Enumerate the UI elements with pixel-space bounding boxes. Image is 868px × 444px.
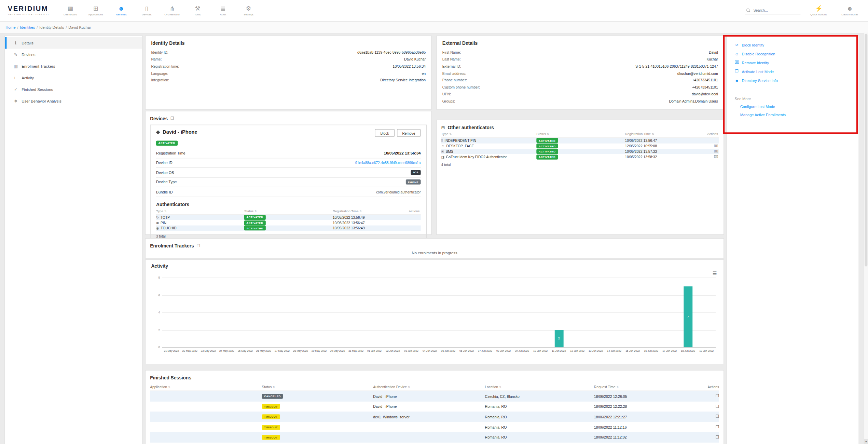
column-header-actions[interactable]: Actions <box>405 209 421 213</box>
authenticator-row[interactable]: ⁑INDEPENDENT PIN ACTIVATED 10/05/2022 13… <box>441 138 719 144</box>
authenticator-row[interactable]: ✉SMS ACTIVATED 10/05/2022 13:57:33 ⌧ <box>441 149 719 154</box>
session-row[interactable]: TIMEOUT dev1_Windows_server Romania, RO … <box>150 412 719 422</box>
authenticator-row[interactable]: ✱PIN ACTIVATED 10/05/2022 13:56:47 <box>156 220 421 226</box>
expand-icon[interactable]: ❐ <box>170 116 174 121</box>
device-id-link[interactable]: 91e4a88a-c672-4c88-9fd9-ccec9899ca1a <box>355 161 421 164</box>
remove-device-button[interactable]: Remove <box>397 129 421 137</box>
nav-item-devices[interactable]: ▯ Devices <box>134 5 160 16</box>
sort-icon[interactable]: ⇅ <box>254 209 257 213</box>
device-authenticators-total: 3 total <box>156 234 421 238</box>
sort-icon[interactable]: ⇅ <box>547 132 549 136</box>
vertical-scrollbar[interactable]: ▼ <box>864 33 868 444</box>
authenticator-row[interactable]: ☺DESKTOP_FACE ACTIVATED 12/05/2022 10:55… <box>441 143 719 149</box>
logo-text: VERIDIUM <box>8 5 51 13</box>
sort-icon[interactable]: ⇅ <box>617 386 619 389</box>
sidebar-item-finished-sessions[interactable]: ✓ Finished Sessions <box>5 84 142 95</box>
session-actions: ❐ <box>707 404 720 409</box>
block-device-button[interactable]: Block <box>375 129 394 137</box>
action-activate-lost-mode[interactable]: ❐ Activate Lost Mode <box>727 67 859 76</box>
sidebar-item-details[interactable]: ℹ Details <box>5 37 142 49</box>
column-header-registration-time[interactable]: Registration Time ⇅ <box>625 132 703 136</box>
column-header-registration-time[interactable]: Registration Time ⇅ <box>333 209 405 213</box>
device-field-device-type: Device TypePHONE <box>156 177 421 187</box>
delete-icon[interactable]: ⌧ <box>714 155 718 159</box>
sort-icon[interactable]: ⇅ <box>499 386 501 389</box>
quick-actions-button[interactable]: ⚡ Quick Actions <box>806 5 832 16</box>
delete-icon[interactable]: ⌧ <box>714 144 718 148</box>
session-row[interactable]: TIMEOUT Romania, RO 18/06/2022 11:12:16 … <box>150 422 719 432</box>
column-header-status[interactable]: Status ⇅ <box>536 132 625 136</box>
link-configure-lost-mode[interactable]: Configure Lost Mode <box>727 103 859 111</box>
top-bar: VERIDIUM TRUSTED DIGITAL IDENTITY ▦ Dash… <box>0 0 868 22</box>
authenticator-row[interactable]: ↻TOTP ACTIVATED 10/05/2022 13:56:49 <box>156 215 421 220</box>
column-header-type[interactable]: Type ⇅ <box>441 132 537 136</box>
session-row[interactable]: TIMEOUT Romania, RO 18/06/2022 11:12:02 … <box>150 432 719 443</box>
breadcrumb-separator: / <box>66 26 67 29</box>
sort-icon[interactable]: ⇅ <box>164 209 167 213</box>
column-header-type[interactable]: Type ⇅ <box>156 209 244 213</box>
search-box[interactable] <box>745 6 800 14</box>
column-header-application[interactable]: Application ⇅ <box>150 385 262 389</box>
activity-bar-18-jun-2022[interactable]: 7 <box>684 286 692 347</box>
nav-item-audit[interactable]: ≣ Audit <box>210 5 236 16</box>
delete-icon[interactable]: ⌧ <box>714 149 718 153</box>
search-input[interactable] <box>752 8 799 13</box>
sidebar-item-devices[interactable]: ✎ Devices <box>5 49 142 60</box>
sort-icon[interactable]: ⇅ <box>273 386 275 389</box>
nav-item-applications[interactable]: ⊞ Applications <box>83 5 109 16</box>
sort-icon[interactable]: ⇅ <box>168 386 170 389</box>
scrollbar-thumb[interactable] <box>865 34 867 267</box>
session-row[interactable]: TIMEOUT David - iPhone Romania, RO 18/06… <box>150 401 719 412</box>
sort-icon[interactable]: ⇅ <box>449 132 452 136</box>
sidebar-item-activity[interactable]: ∟ Activity <box>5 72 142 84</box>
session-device: dev1_Windows_server <box>373 415 485 419</box>
session-details-icon[interactable]: ❐ <box>716 425 719 429</box>
nav-label: Tools <box>194 13 201 16</box>
column-header-authentication-device[interactable]: Authentication Device ⇅ <box>373 385 485 389</box>
authenticator-type: ✉SMS <box>441 150 537 153</box>
action-remove-identity[interactable]: ⌧ Remove Identity <box>727 58 859 67</box>
action-disable-recognition[interactable]: ☺ Disable Recognition <box>727 49 859 58</box>
other-authenticators-total: 4 total <box>441 163 719 167</box>
session-details-icon[interactable]: ❐ <box>716 404 719 408</box>
user-menu[interactable]: ☻ David Kuchar <box>837 5 863 16</box>
nav-item-dashboard[interactable]: ▦ Dashboard <box>58 5 83 16</box>
finished-sessions-title: Finished Sessions <box>150 375 719 380</box>
breadcrumb-identities[interactable]: Identities <box>20 26 35 29</box>
column-header-status[interactable]: Status ⇅ <box>262 385 373 389</box>
action-directory-service-info[interactable]: ☻ Directory Service Info <box>727 76 859 85</box>
session-row[interactable]: CANCELED David - iPhone Czechia, CZ, Bla… <box>150 391 719 401</box>
detail-row-integration: Integration: Directory Service Integrati… <box>151 77 426 83</box>
link-manage-active-enrollments[interactable]: Manage Active Enrollments <box>727 111 859 119</box>
sort-icon[interactable]: ⇅ <box>408 386 410 389</box>
scroll-down-arrow[interactable]: ▼ <box>864 439 868 444</box>
nav-item-tools[interactable]: ⚒ Tools <box>185 5 210 16</box>
x-axis-label: 21 May 2022 <box>162 350 181 352</box>
sidebar-item-enrolment-trackers[interactable]: ▥ Enrolment Trackers <box>5 60 142 72</box>
sort-icon[interactable]: ⇅ <box>652 132 654 136</box>
sort-icon[interactable]: ⇅ <box>359 209 362 213</box>
column-header-actions[interactable]: Actions <box>702 132 719 136</box>
nav-item-orchestrator[interactable]: ⋔ Orchestrator <box>160 5 185 16</box>
session-details-icon[interactable]: ❐ <box>716 394 719 398</box>
activity-bar-11-jun-2022[interactable]: 2 <box>554 330 563 347</box>
column-header-status[interactable]: Status ⇅ <box>244 209 333 213</box>
session-details-icon[interactable]: ❐ <box>716 435 719 439</box>
table-header-row: Type ⇅Status ⇅Registration Time ⇅Actions <box>441 130 719 138</box>
breadcrumb-home[interactable]: Home <box>5 26 15 29</box>
chart-menu-icon[interactable]: ☰ <box>713 271 717 276</box>
nav-item-identities[interactable]: ☻ Identities <box>109 5 134 16</box>
nav-item-settings[interactable]: ⚙ Settings <box>236 5 261 16</box>
column-header-actions[interactable]: Actions <box>707 385 720 389</box>
action-block-identity[interactable]: ⊘ Block Identity <box>727 40 859 49</box>
column-header-location[interactable]: Location ⇅ <box>485 385 594 389</box>
expand-icon[interactable]: ❐ <box>197 244 200 248</box>
authenticator-row[interactable]: ◉TOUCHID ACTIVATED 10/05/2022 13:56:49 <box>156 226 421 231</box>
sidebar-item-user-behavior-analysis[interactable]: ❖ User Behavior Analysis <box>5 95 142 107</box>
column-header-request-time[interactable]: Request Time ⇅ <box>594 385 707 389</box>
main-content: ℹ Details ✎ Devices ▥ Enrolment Trackers… <box>0 34 868 444</box>
veridium-logo[interactable]: VERIDIUM TRUSTED DIGITAL IDENTITY <box>8 5 51 15</box>
enrolment-trackers-card: Enrolment Trackers ❐ No enrolments in pr… <box>145 238 724 259</box>
session-details-icon[interactable]: ❐ <box>716 415 719 418</box>
authenticator-row[interactable]: ◨GoTrust Idem Key FIDO2 Authenticator AC… <box>441 154 719 160</box>
